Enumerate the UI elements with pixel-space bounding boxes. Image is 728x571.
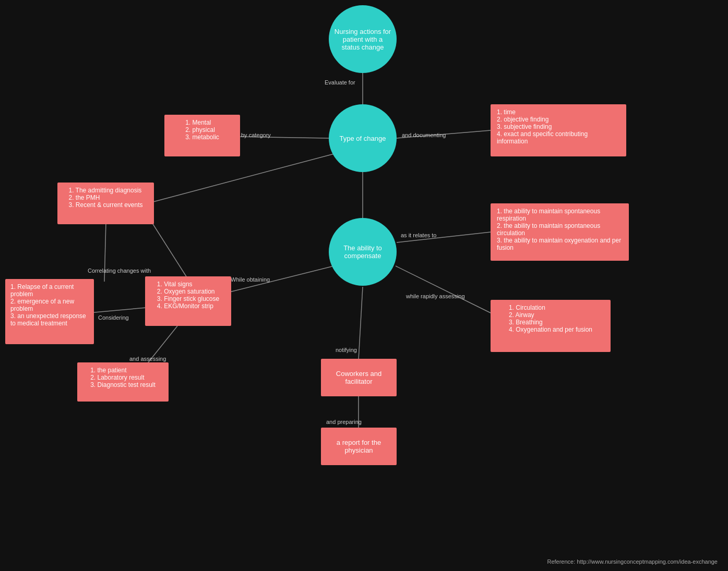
coworkers-label: Coworkers and facilitator xyxy=(326,370,391,385)
maintain-label: 1. the ability to maintain spontaneous r… xyxy=(497,208,623,251)
vital-signs-label: 1. Vital signs 2. Oxygen saturation 3. F… xyxy=(157,281,219,310)
assessment-label: 1. the patient 2. Laboratory result 3. D… xyxy=(90,367,156,388)
report-node: a report for the physician xyxy=(321,428,397,465)
while-obtaining-label: While obtaining xyxy=(231,276,270,283)
categories-label: 1. Mental 2. physical 3. metabolic xyxy=(185,119,219,141)
correlating-label: Correlating changes with xyxy=(88,268,151,274)
maintain-node: 1. the ability to maintain spontaneous r… xyxy=(491,203,629,261)
while-rapidly-label: while rapidly assessing xyxy=(406,293,465,299)
and-preparing-label: and preparing xyxy=(326,419,362,425)
svg-line-11 xyxy=(151,154,334,202)
documenting-node: 1. time 2. objective finding 3. subjecti… xyxy=(491,104,626,156)
relapse-label: 1. Relapse of a current problem 2. emerg… xyxy=(10,283,89,327)
and-documenting-label: and documenting xyxy=(402,132,446,138)
circulation-node: 1. Circulation 2. Airway 3. Breathing 4.… xyxy=(491,300,611,352)
svg-line-13 xyxy=(89,308,146,313)
svg-line-5 xyxy=(151,222,188,279)
ability-compensate-node: The ability to compensate xyxy=(329,218,397,286)
admitting-node: 1. The admitting diagnosis 2. the PMH 3.… xyxy=(57,183,154,224)
vital-signs-node: 1. Vital signs 2. Oxygen saturation 3. F… xyxy=(145,276,231,326)
svg-line-8 xyxy=(396,266,491,313)
categories-node: 1. Mental 2. physical 3. metabolic xyxy=(164,115,240,156)
circulation-label: 1. Circulation 2. Airway 3. Breathing 4.… xyxy=(509,304,592,333)
concept-map: Nursing actions for patient with a statu… xyxy=(0,0,728,571)
coworkers-node: Coworkers and facilitator xyxy=(321,359,397,396)
root-node: Nursing actions for patient with a statu… xyxy=(329,5,397,73)
documenting-label: 1. time 2. objective finding 3. subjecti… xyxy=(497,108,620,145)
ability-compensate-label: The ability to compensate xyxy=(334,244,391,260)
considering-label: Considering xyxy=(98,314,129,321)
type-of-change-label: Type of change xyxy=(340,135,386,142)
svg-line-9 xyxy=(359,287,363,360)
assessment-node: 1. the patient 2. Laboratory result 3. D… xyxy=(77,362,169,402)
report-label: a report for the physician xyxy=(326,439,391,454)
type-of-change-node: Type of change xyxy=(329,104,397,172)
as-it-relates-label: as it relates to xyxy=(401,232,436,238)
root-label: Nursing actions for patient with a statu… xyxy=(334,28,391,51)
relapse-node: 1. Relapse of a current problem 2. emerg… xyxy=(5,279,94,344)
by-category-label: by category xyxy=(241,132,271,138)
admitting-label: 1. The admitting diagnosis 2. the PMH 3.… xyxy=(68,187,142,209)
and-assessing-label: and assessing xyxy=(129,356,166,362)
notifying-label: notifying xyxy=(336,347,357,353)
evaluate-for-label: Evaluate for xyxy=(325,79,355,86)
